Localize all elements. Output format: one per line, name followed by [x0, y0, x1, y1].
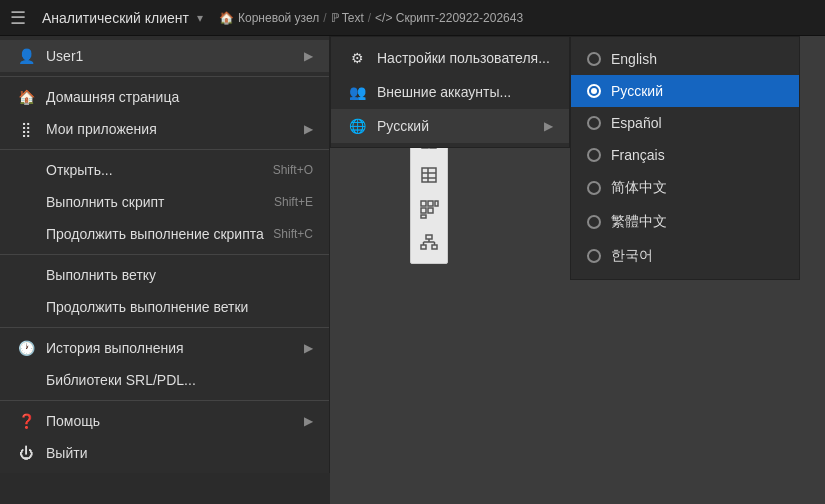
icon-hierarchy[interactable]	[415, 229, 443, 257]
history-arrow-icon: ▶	[304, 341, 313, 355]
run-branch-label: Выполнить ветку	[46, 267, 313, 283]
language-label: Русский	[377, 118, 544, 134]
home-label: Домашняя страница	[46, 89, 313, 105]
run-script-label: Выполнить скрипт	[46, 194, 266, 210]
sidebar-item-continue-script[interactable]: Продолжить выполнение скрипта Shift+C	[0, 218, 329, 250]
svg-rect-19	[426, 235, 432, 239]
open-label: Открыть...	[46, 162, 265, 178]
lang-label-en: English	[611, 51, 657, 67]
sidebar-item-libraries[interactable]: Библиотеки SRL/PDL...	[0, 364, 329, 396]
lang-radio-zh-s	[587, 181, 601, 195]
lang-radio-ko	[587, 249, 601, 263]
lang-item-ko[interactable]: 한국어	[571, 239, 799, 273]
lang-item-es[interactable]: Español	[571, 107, 799, 139]
libraries-label: Библиотеки SRL/PDL...	[46, 372, 313, 388]
continue-script-shortcut: Shift+C	[273, 227, 313, 241]
hamburger-icon[interactable]: ☰	[10, 7, 26, 29]
icon-table[interactable]	[415, 161, 443, 189]
svg-rect-15	[435, 201, 438, 206]
logout-icon: ⏻	[16, 445, 36, 461]
logout-label: Выйти	[46, 445, 313, 461]
sidebar-item-logout[interactable]: ⏻ Выйти	[0, 437, 329, 469]
dropdown-arrow-icon[interactable]: ▾	[197, 11, 203, 25]
lang-radio-es	[587, 116, 601, 130]
lang-item-fr[interactable]: Français	[571, 139, 799, 171]
run-script-shortcut: Shift+E	[274, 195, 313, 209]
user-icon: 👤	[16, 48, 36, 64]
breadcrumb: 🏠 Корневой узел / ℙ Text / </> Скрипт-22…	[219, 11, 523, 25]
divider-3	[0, 254, 329, 255]
topbar: ☰ Аналитический клиент ▾ 🏠 Корневой узел…	[0, 0, 825, 36]
lang-label-ru: Русский	[611, 83, 663, 99]
lang-arrow-icon: ▶	[544, 119, 553, 133]
lang-item-zh-t[interactable]: 繁體中文	[571, 205, 799, 239]
divider-4	[0, 327, 329, 328]
svg-rect-18	[421, 215, 426, 218]
sidebar-item-apps[interactable]: ⣿ Мои приложения ▶	[0, 113, 329, 145]
sidebar-menu: 👤 User1 ▶ 🏠 Домашняя страница ⣿ Мои прил…	[0, 36, 330, 473]
icon-grid2[interactable]	[415, 195, 443, 223]
svg-rect-21	[432, 245, 437, 249]
divider-1	[0, 76, 329, 77]
language-submenu: English Русский Español Français 简体中文 繁體…	[570, 36, 800, 280]
user-arrow-icon: ▶	[304, 49, 313, 63]
user-settings-label: Настройки пользователя...	[377, 50, 553, 66]
apps-icon: ⣿	[16, 121, 36, 137]
continue-script-label: Продолжить выполнение скрипта	[46, 226, 265, 242]
sidebar-item-continue-branch[interactable]: Продолжить выполнение ветки	[0, 291, 329, 323]
language-item[interactable]: 🌐 Русский ▶	[331, 109, 569, 143]
divider-5	[0, 400, 329, 401]
user-settings-item[interactable]: ⚙ Настройки пользователя...	[331, 41, 569, 75]
help-icon: ❓	[16, 413, 36, 429]
lang-radio-fr	[587, 148, 601, 162]
apps-label: Мои приложения	[46, 121, 300, 137]
sidebar-item-help[interactable]: ❓ Помощь ▶	[0, 405, 329, 437]
lang-radio-zh-t	[587, 215, 601, 229]
svg-rect-17	[428, 208, 433, 213]
globe-icon: 🌐	[347, 118, 367, 134]
svg-rect-9	[422, 168, 436, 182]
app-title: Аналитический клиент	[42, 10, 189, 26]
history-label: История выполнения	[46, 340, 300, 356]
sidebar-item-history[interactable]: 🕐 История выполнения ▶	[0, 332, 329, 364]
sidebar-item-home[interactable]: 🏠 Домашняя страница	[0, 81, 329, 113]
lang-item-ru[interactable]: Русский	[571, 75, 799, 107]
sidebar-item-open[interactable]: Открыть... Shift+O	[0, 154, 329, 186]
svg-rect-14	[428, 201, 433, 206]
sidebar-item-run-script[interactable]: Выполнить скрипт Shift+E	[0, 186, 329, 218]
lang-label-zh-s: 简体中文	[611, 179, 667, 197]
home-icon: 🏠	[16, 89, 36, 105]
lang-label-ko: 한국어	[611, 247, 653, 265]
external-accounts-item[interactable]: 👥 Внешние аккаунты...	[331, 75, 569, 109]
open-shortcut: Shift+O	[273, 163, 313, 177]
lang-label-fr: Français	[611, 147, 665, 163]
sidebar-item-user[interactable]: 👤 User1 ▶	[0, 40, 329, 72]
lang-radio-ru	[587, 84, 601, 98]
breadcrumb-root: Корневой узел	[238, 11, 319, 25]
home-icon: 🏠	[219, 11, 234, 25]
settings-icon: ⚙	[347, 50, 367, 66]
external-accounts-label: Внешние аккаунты...	[377, 84, 553, 100]
apps-arrow-icon: ▶	[304, 122, 313, 136]
svg-rect-13	[421, 201, 426, 206]
continue-branch-label: Продолжить выполнение ветки	[46, 299, 313, 315]
user-label: User1	[46, 48, 300, 64]
lang-label-zh-t: 繁體中文	[611, 213, 667, 231]
user-submenu: ⚙ Настройки пользователя... 👥 Внешние ак…	[330, 36, 570, 148]
lang-item-zh-s[interactable]: 简体中文	[571, 171, 799, 205]
svg-rect-16	[421, 208, 426, 213]
accounts-icon: 👥	[347, 84, 367, 100]
breadcrumb-script: </> Скрипт-220922-202643	[375, 11, 523, 25]
divider-2	[0, 149, 329, 150]
breadcrumb-text: ℙ Text	[331, 11, 364, 25]
lang-item-en[interactable]: English	[571, 43, 799, 75]
sidebar-item-run-branch[interactable]: Выполнить ветку	[0, 259, 329, 291]
lang-radio-en	[587, 52, 601, 66]
history-icon: 🕐	[16, 340, 36, 356]
svg-rect-20	[421, 245, 426, 249]
help-arrow-icon: ▶	[304, 414, 313, 428]
lang-label-es: Español	[611, 115, 662, 131]
help-label: Помощь	[46, 413, 300, 429]
